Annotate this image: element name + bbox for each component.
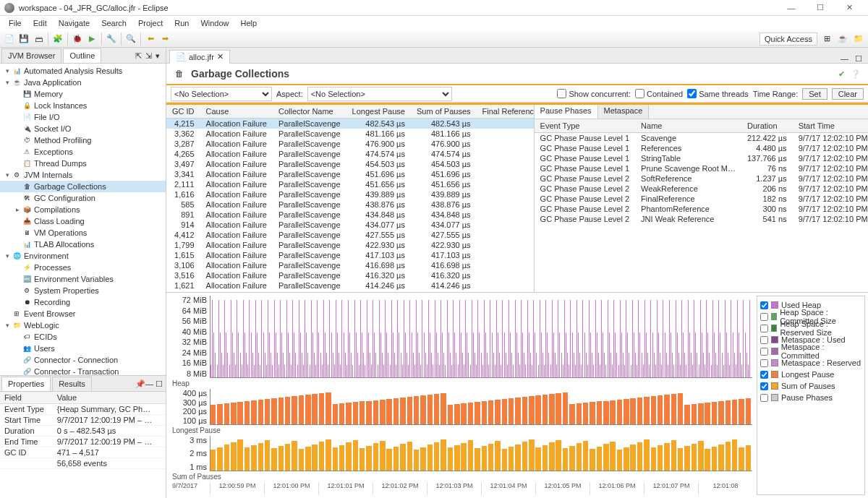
phase-header[interactable]: Start Time: [793, 119, 868, 133]
gc-row[interactable]: 4,215Allocation FailureParallelScavenge4…: [166, 119, 535, 129]
gc-row[interactable]: 891Allocation FailureParallelScavenge434…: [166, 210, 535, 220]
aspect-selection[interactable]: <No Selection>: [307, 87, 452, 101]
gc-table-wrap[interactable]: GC IDCauseCollector NameLongest PauseSum…: [166, 105, 535, 292]
gc-row[interactable]: 3,341Allocation FailureParallelScavenge4…: [166, 169, 535, 179]
legend-item[interactable]: Pause Phases: [760, 392, 861, 403]
external-tools-icon[interactable]: 🔧: [105, 33, 118, 46]
props-header-field[interactable]: Field: [0, 392, 53, 404]
gc-row[interactable]: 4,412Allocation FailureParallelScavenge4…: [166, 230, 535, 240]
menu-run[interactable]: Run: [170, 17, 193, 29]
phase-row[interactable]: GC Phase Pause Level 2WeakReference206 n…: [535, 184, 868, 194]
tree-item[interactable]: 🔤Environment Variables: [0, 273, 166, 285]
editor-tab-alloc[interactable]: 📄 alloc.jfr ✕: [169, 50, 230, 64]
phase-header[interactable]: Event Type: [535, 119, 636, 133]
tree-item[interactable]: ⏱Method Profiling: [0, 134, 166, 146]
quick-access[interactable]: Quick Access: [760, 33, 817, 46]
tree-item[interactable]: ⚙System Properties: [0, 285, 166, 296]
maximize-view-icon[interactable]: ☐: [156, 379, 164, 388]
tree-item[interactable]: 🗑Garbage Collections: [0, 181, 166, 192]
tree-item[interactable]: ▾🌐Environment: [0, 250, 166, 262]
tree-item[interactable]: ⚡Processes: [0, 262, 166, 273]
close-button[interactable]: ✕: [835, 0, 864, 16]
new-icon[interactable]: 📄: [3, 33, 16, 46]
tree-item[interactable]: 🔌Socket I/O: [0, 123, 166, 134]
tree-item[interactable]: 💾Memory: [0, 88, 166, 100]
props-row[interactable]: Start Time9/7/2017 12:00:19 PM – …: [0, 415, 166, 426]
tab-results[interactable]: Results: [52, 377, 92, 391]
gc-header[interactable]: Longest Pause: [346, 105, 411, 119]
view-menu-icon[interactable]: ▾: [156, 51, 164, 60]
pin-icon[interactable]: 📌: [135, 379, 144, 388]
legend-item[interactable]: Heap Space : Reserved Size: [760, 322, 861, 334]
phase-header[interactable]: Name: [635, 119, 741, 133]
perspective-jmc-icon[interactable]: ☕: [836, 33, 849, 46]
gc-row[interactable]: 914Allocation FailureParallelScavenge434…: [166, 220, 535, 230]
tree-item[interactable]: 🖥VM Operations: [0, 227, 166, 239]
tree-item[interactable]: ▾📊Automated Analysis Results: [0, 65, 166, 77]
save-all-icon[interactable]: 🗃: [32, 33, 45, 46]
minimize-editor-icon[interactable]: —: [841, 54, 849, 63]
tree-item[interactable]: ⏺Recording: [0, 296, 166, 308]
gc-row[interactable]: 610Allocation FailureParallelScavenge413…: [166, 291, 535, 292]
forward-icon[interactable]: ➡: [158, 33, 171, 46]
maximize-editor-icon[interactable]: ☐: [855, 54, 864, 63]
props-row[interactable]: End Time9/7/2017 12:00:19 PM – …: [0, 437, 166, 447]
props-row[interactable]: 56,658 events: [0, 458, 166, 469]
tab-metaspace[interactable]: Metaspace: [598, 105, 650, 119]
collapse-all-icon[interactable]: ⇱: [135, 51, 144, 60]
gc-row[interactable]: 3,106Allocation FailureParallelScavenge4…: [166, 260, 535, 270]
menu-project[interactable]: Project: [134, 17, 167, 29]
tree-item[interactable]: 📋Thread Dumps: [0, 158, 166, 169]
props-row[interactable]: Duration0 s – 482.543 µs: [0, 426, 166, 437]
minimize-button[interactable]: —: [777, 0, 806, 16]
menu-file[interactable]: File: [4, 17, 26, 29]
tab-jvm-browser[interactable]: JVM Browser: [1, 48, 61, 63]
gc-row[interactable]: 3,287Allocation FailureParallelScavenge4…: [166, 139, 535, 149]
tree-item[interactable]: 📥Class Loading: [0, 215, 166, 227]
phase-row[interactable]: GC Phase Pause Level 2PhantomReference30…: [535, 204, 868, 214]
tab-properties[interactable]: Properties: [1, 377, 51, 391]
legend-item[interactable]: Sum of Pauses: [760, 380, 861, 392]
tree-item[interactable]: ⊞Event Browser: [0, 308, 166, 319]
phase-row[interactable]: GC Phase Pause Level 1Prune Scavenge Roo…: [535, 163, 868, 173]
outline-tree[interactable]: ▾📊Automated Analysis Results▾☕Java Appli…: [0, 64, 166, 375]
legend-item[interactable]: Longest Pause: [760, 369, 861, 380]
gc-header[interactable]: Collector Name: [273, 105, 346, 119]
phase-row[interactable]: GC Phase Pause Level 2SoftReference1.237…: [535, 173, 868, 184]
save-icon[interactable]: 💾: [17, 33, 30, 46]
help-icon[interactable]: ❔: [851, 69, 861, 79]
same-threads-check[interactable]: Same threads: [687, 89, 748, 98]
run-icon[interactable]: ▶: [85, 33, 98, 46]
back-icon[interactable]: ⬅: [144, 33, 157, 46]
tree-item[interactable]: ▾⚙JVM Internals: [0, 169, 166, 181]
tree-item[interactable]: ▸📦Compilations: [0, 204, 166, 215]
gc-row[interactable]: 3,497Allocation FailureParallelScavenge4…: [166, 159, 535, 169]
gc-row[interactable]: 1,615Allocation FailureParallelScavenge4…: [166, 250, 535, 260]
legend-item[interactable]: Metaspace : Reserved: [760, 357, 861, 369]
perspective-icon[interactable]: ⊞: [820, 33, 833, 46]
menu-window[interactable]: Window: [196, 17, 233, 29]
gc-row[interactable]: 3,516Allocation FailureParallelScavenge4…: [166, 270, 535, 280]
gc-header[interactable]: Cause: [200, 105, 273, 119]
phase-row[interactable]: GC Phase Pause Level 1References4.480 µs…: [535, 143, 868, 153]
tree-item[interactable]: 🔒Lock Instances: [0, 100, 166, 111]
tree-item[interactable]: 👥Users: [0, 343, 166, 354]
gc-header[interactable]: Sum of Pauses: [411, 105, 477, 119]
tree-item[interactable]: 🔗Connector - Connection: [0, 354, 166, 366]
gc-row[interactable]: 585Allocation FailureParallelScavenge438…: [166, 199, 535, 210]
menu-edit[interactable]: Edit: [29, 17, 51, 29]
tree-item[interactable]: ▾☕Java Application: [0, 77, 166, 88]
contained-check[interactable]: Contained: [635, 89, 683, 98]
phase-header[interactable]: Duration: [741, 119, 793, 133]
sum-pauses-chart[interactable]: [210, 436, 752, 472]
set-button[interactable]: Set: [802, 88, 827, 100]
phase-table-wrap[interactable]: Event TypeNameDurationStart Time GC Phas…: [535, 119, 868, 292]
phase-row[interactable]: GC Phase Pause Level 1Scavenge212.422 µs…: [535, 133, 868, 144]
legend-item[interactable]: Metaspace : Committed: [760, 345, 861, 357]
gc-row[interactable]: 3,362Allocation FailureParallelScavenge4…: [166, 129, 535, 139]
phase-row[interactable]: GC Phase Pause Level 2FinalReference182 …: [535, 194, 868, 204]
filter-selection[interactable]: <No Selection>: [171, 87, 272, 101]
perspective-resource-icon[interactable]: 📁: [852, 33, 865, 46]
longest-pause-chart[interactable]: [210, 389, 752, 425]
gc-header[interactable]: GC ID: [166, 105, 200, 119]
